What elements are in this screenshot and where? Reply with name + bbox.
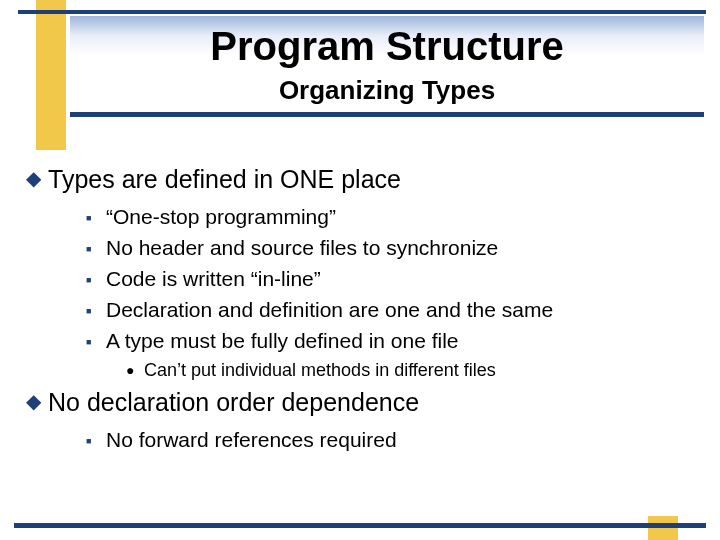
point1-subsub0: Can’t put individual methods in differen…	[144, 359, 496, 381]
point1-subitems: ■ “One-stop programming” ■ No header and…	[86, 204, 698, 381]
bullet-level3: ● Can’t put individual methods in differ…	[126, 359, 698, 381]
bottom-rule	[14, 523, 706, 528]
point1-sub3: Declaration and definition are one and t…	[106, 297, 553, 323]
top-rule	[18, 10, 706, 14]
bullet-level2: ■ No forward references required	[86, 427, 698, 454]
square-icon: ■	[86, 427, 106, 454]
bullet-level1: ◆ Types are defined in ONE place	[22, 164, 698, 194]
bullet-level2: ■ Code is written “in-line”	[86, 266, 698, 293]
point1-sub4: A type must be fully defined in one file	[106, 328, 459, 354]
slide-subtitle: Organizing Types	[70, 73, 704, 106]
gold-accent-top	[36, 0, 66, 150]
diamond-icon: ◆	[22, 164, 48, 192]
slide-body: ◆ Types are defined in ONE place ■ “One-…	[22, 158, 698, 460]
point2-text: No declaration order dependence	[48, 387, 419, 417]
point2-subitems: ■ No forward references required	[86, 427, 698, 454]
bullet-level2: ■ A type must be fully defined in one fi…	[86, 328, 698, 355]
point2-sub0: No forward references required	[106, 427, 397, 453]
bullet-level1: ◆ No declaration order dependence	[22, 387, 698, 417]
square-icon: ■	[86, 266, 106, 293]
square-icon: ■	[86, 297, 106, 324]
square-icon: ■	[86, 204, 106, 231]
point1-subsubitems: ● Can’t put individual methods in differ…	[126, 359, 698, 381]
slide: Program Structure Organizing Types ◆ Typ…	[0, 0, 720, 540]
slide-title: Program Structure	[70, 16, 704, 73]
bullet-level2: ■ Declaration and definition are one and…	[86, 297, 698, 324]
square-icon: ■	[86, 328, 106, 355]
dot-icon: ●	[126, 359, 144, 381]
gold-accent-bottom	[648, 516, 678, 540]
point1-text: Types are defined in ONE place	[48, 164, 401, 194]
point1-sub0: “One-stop programming”	[106, 204, 336, 230]
point1-sub2: Code is written “in-line”	[106, 266, 321, 292]
bullet-level2: ■ No header and source files to synchron…	[86, 235, 698, 262]
header-rule	[70, 112, 704, 117]
point1-sub1: No header and source files to synchroniz…	[106, 235, 498, 261]
header: Program Structure Organizing Types	[70, 16, 704, 117]
square-icon: ■	[86, 235, 106, 262]
bullet-level2: ■ “One-stop programming”	[86, 204, 698, 231]
diamond-icon: ◆	[22, 387, 48, 415]
